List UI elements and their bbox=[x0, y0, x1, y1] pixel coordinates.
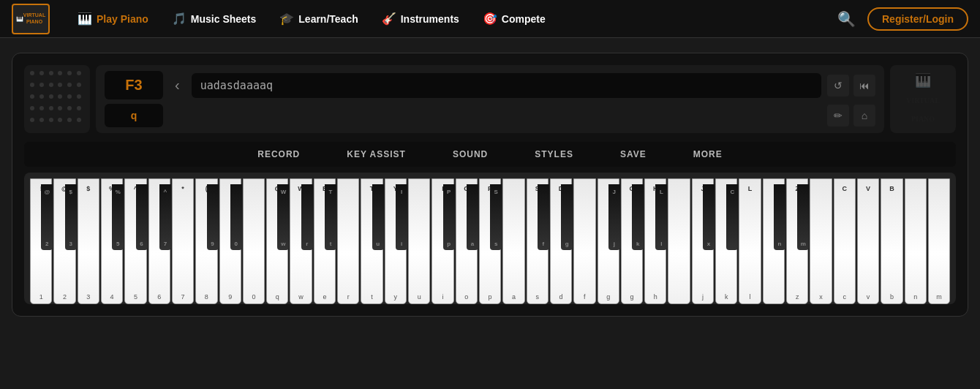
navigation: 🎹 VIRTUALPIANO 🎹 Play Piano 🎵 Music Shee… bbox=[0, 0, 980, 38]
black-key-3[interactable]: 6 bbox=[136, 184, 148, 250]
white-key-20[interactable]: a bbox=[502, 178, 524, 304]
black-key-16[interactable]: g bbox=[561, 184, 573, 250]
black-key-18[interactable]: k bbox=[632, 184, 644, 250]
graduation-icon: 🎓 bbox=[279, 12, 294, 26]
toolbar-item-styles[interactable]: STYLES bbox=[511, 142, 597, 167]
logo[interactable]: 🎹 VIRTUALPIANO bbox=[12, 4, 50, 34]
black-key-14[interactable]: Ss bbox=[490, 184, 502, 250]
black-key-8[interactable]: r bbox=[301, 184, 313, 250]
black-key-22[interactable]: n bbox=[774, 184, 785, 250]
key-label-bot: l bbox=[750, 293, 751, 301]
black-key-23[interactable]: m bbox=[797, 184, 809, 250]
black-key-10[interactable]: u bbox=[372, 184, 384, 250]
white-key-36[interactable]: Bb bbox=[881, 178, 902, 304]
black-key-21[interactable]: C bbox=[726, 184, 738, 250]
key-label-bot: 3 bbox=[86, 293, 90, 301]
black-key-bot-label: 7 bbox=[164, 241, 167, 247]
keys-wrapper: !1@2$3%4^56*7(890QqWwEerTtYyuIiOoPpaSsDd… bbox=[30, 178, 950, 304]
sheet-text-display[interactable]: uadasdaaaaq bbox=[192, 73, 821, 98]
key-label-bot: x bbox=[819, 293, 823, 301]
black-key-top-label: S bbox=[494, 189, 498, 195]
back-button[interactable]: ⏮ bbox=[853, 75, 875, 97]
search-button[interactable]: 🔍 bbox=[837, 10, 856, 28]
display-controls: ↺ ⏮ bbox=[827, 75, 875, 97]
nav-play-piano[interactable]: 🎹 Play Piano bbox=[67, 7, 159, 30]
white-key-33[interactable]: x bbox=[810, 178, 832, 304]
display-top: F3 ‹ uadasdaaaaq ↺ ⏮ bbox=[105, 71, 875, 99]
black-key-6[interactable]: 0 bbox=[230, 184, 242, 250]
black-key-bot-label: 2 bbox=[45, 241, 48, 247]
black-key-5[interactable]: 9 bbox=[207, 184, 219, 250]
key-label-bot: 2 bbox=[63, 293, 67, 301]
toolbar-item-more[interactable]: MORE bbox=[670, 142, 746, 167]
speaker-dot bbox=[39, 83, 44, 87]
nav-music-sheets[interactable]: 🎵 Music Sheets bbox=[162, 7, 266, 30]
piano-keyboard: !1@2$3%4^56*7(890QqWwEerTtYyuIiOoPpaSsDd… bbox=[24, 173, 956, 304]
black-key-top-label: P bbox=[447, 189, 451, 195]
black-key-bot-label: m bbox=[801, 241, 806, 247]
key-label-bot: h bbox=[654, 293, 657, 301]
black-key-2[interactable]: %5 bbox=[112, 184, 124, 250]
speaker-dot bbox=[49, 71, 53, 75]
black-key-bot-label: r bbox=[306, 241, 308, 247]
white-key-38[interactable]: m bbox=[928, 178, 950, 304]
toolbar-item-save[interactable]: SAVE bbox=[597, 142, 670, 167]
white-key-2[interactable]: $3 bbox=[78, 178, 99, 304]
speaker-dot bbox=[39, 94, 44, 99]
speaker-dot bbox=[77, 94, 81, 99]
nav-instruments[interactable]: 🎸 Instruments bbox=[372, 7, 470, 30]
black-key-bot-label: i bbox=[401, 241, 402, 247]
piano-icon: 🎹 bbox=[78, 12, 92, 26]
white-key-37[interactable]: n bbox=[905, 178, 927, 304]
toolbar-item-sound[interactable]: SOUND bbox=[429, 142, 511, 167]
home-button[interactable]: ⌂ bbox=[853, 105, 875, 126]
key-label-bot: d bbox=[559, 293, 563, 301]
black-key-13[interactable]: a bbox=[467, 184, 478, 250]
black-key-11[interactable]: Ii bbox=[396, 184, 407, 250]
key-label-bot: b bbox=[890, 293, 894, 301]
key-label-bot: j bbox=[702, 293, 704, 301]
key-label-bot: c bbox=[843, 293, 847, 301]
black-key-top-label: W bbox=[281, 189, 287, 195]
edit-button[interactable]: ✏ bbox=[827, 105, 849, 126]
black-key-1[interactable]: $3 bbox=[65, 184, 77, 250]
white-key-13[interactable]: r bbox=[337, 178, 359, 304]
white-key-16[interactable]: u bbox=[408, 178, 430, 304]
black-key-bot-label: 9 bbox=[211, 241, 214, 247]
white-key-35[interactable]: Vv bbox=[857, 178, 879, 304]
key-label-bot: e bbox=[323, 293, 326, 301]
black-key-bot-label: 3 bbox=[69, 241, 72, 247]
black-key-4[interactable]: ^7 bbox=[159, 184, 171, 250]
display-area: F3 ‹ uadasdaaaaq ↺ ⏮ q › bbox=[96, 65, 884, 133]
toolbar-item-key-assist[interactable]: KEY ASSIST bbox=[323, 142, 429, 167]
black-key-bot-label: s bbox=[494, 241, 497, 247]
black-key-20[interactable]: x bbox=[703, 184, 715, 250]
black-key-17[interactable]: Jj bbox=[608, 184, 620, 250]
reset-button[interactable]: ↺ bbox=[827, 75, 849, 97]
black-key-19[interactable]: Ll bbox=[655, 184, 667, 250]
black-key-top-label: % bbox=[116, 189, 121, 195]
register-login-button[interactable]: Register/Login bbox=[867, 7, 968, 31]
nav-learn-teach[interactable]: 🎓 Learn/Teach bbox=[269, 7, 368, 30]
black-key-bot-label: a bbox=[471, 241, 474, 247]
white-key-34[interactable]: Cc bbox=[834, 178, 856, 304]
white-key-30[interactable]: Ll bbox=[739, 178, 761, 304]
key-label-bot: s bbox=[535, 293, 539, 301]
prev-arrow[interactable]: ‹ bbox=[169, 74, 186, 97]
black-key-12[interactable]: Pp bbox=[443, 184, 455, 250]
black-key-bot-label: 5 bbox=[116, 241, 119, 247]
key-label-bot: n bbox=[913, 293, 917, 301]
black-key-0[interactable]: @2 bbox=[41, 184, 53, 250]
toolbar-item-record[interactable]: RECORD bbox=[234, 142, 323, 167]
white-key-9[interactable]: 0 bbox=[243, 178, 265, 304]
black-key-9[interactable]: Tt bbox=[325, 184, 336, 250]
white-key-23[interactable]: f bbox=[573, 178, 595, 304]
white-key-27[interactable] bbox=[668, 178, 690, 304]
nav-compete[interactable]: 🎯 Compete bbox=[472, 7, 556, 30]
black-key-15[interactable]: f bbox=[538, 184, 549, 250]
black-key-7[interactable]: Ww bbox=[277, 184, 289, 250]
speaker-dot bbox=[39, 118, 44, 122]
key-label-top: L bbox=[748, 185, 753, 192]
white-key-6[interactable]: *7 bbox=[172, 178, 194, 304]
guitar-icon: 🎸 bbox=[382, 12, 396, 26]
